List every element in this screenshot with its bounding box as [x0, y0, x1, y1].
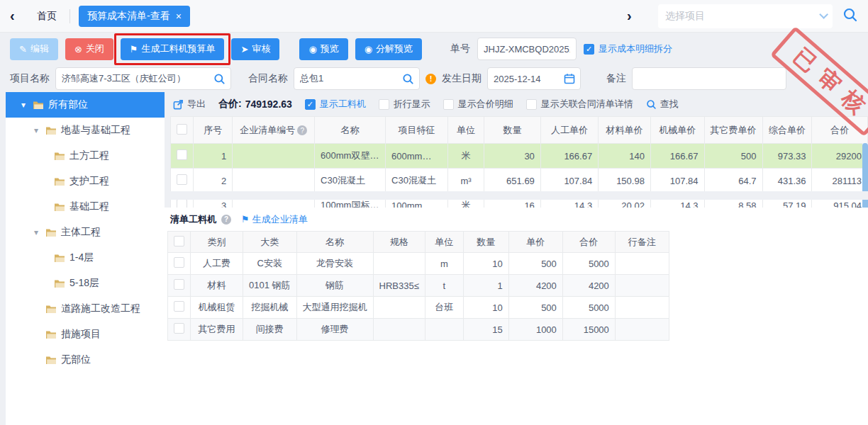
table-row-2[interactable]: 机械租赁挖掘机械大型通用挖掘机台班105005000: [168, 297, 669, 319]
table-row-0[interactable]: 1600mm双壁…600mm…米30166.67140166.67500973.…: [171, 144, 868, 169]
column-header[interactable]: 规格: [373, 232, 425, 253]
table-row-1[interactable]: 2C30混凝土C30混凝土m³651.69107.84150.98107.846…: [171, 169, 868, 193]
column-header[interactable]: 机械单价: [650, 117, 704, 144]
cell: 挖掘机械: [243, 297, 297, 319]
column-header[interactable]: 名称: [315, 117, 386, 144]
table-option-checkbox-2[interactable]: 显示合价明细: [443, 98, 513, 110]
row-checkbox[interactable]: [174, 301, 184, 312]
column-header[interactable]: 单位: [447, 117, 484, 144]
contract-name-input[interactable]: [294, 67, 420, 90]
remark-input[interactable]: [632, 67, 786, 90]
search-icon[interactable]: [402, 73, 414, 85]
tree-item-5[interactable]: ▾主体工程: [6, 220, 165, 245]
column-header[interactable]: 材料单价: [599, 117, 651, 144]
tree-item-6[interactable]: 1-4层: [6, 245, 165, 271]
material-table: 类别大类名称规格单位数量单价合价行备注人工费C安装龙骨安装m105005000材…: [167, 231, 669, 341]
column-header[interactable]: 单价: [508, 232, 562, 253]
tree-item-9[interactable]: 措施项目: [6, 322, 165, 347]
cell: 材料: [191, 275, 243, 297]
folder-icon: [54, 203, 65, 212]
edit-button[interactable]: ✎ 编辑: [10, 38, 58, 60]
row-checkbox[interactable]: [177, 149, 187, 160]
caret-down-icon[interactable]: ▾: [34, 227, 45, 237]
column-header[interactable]: 单位: [425, 232, 463, 253]
column-header[interactable]: 大类: [243, 232, 297, 253]
search-icon[interactable]: [842, 7, 858, 25]
folder-icon: [54, 254, 65, 263]
cell: 29200: [812, 144, 868, 169]
export-button[interactable]: 导出: [173, 98, 206, 110]
calendar-icon[interactable]: [564, 73, 575, 84]
decompose-preview-button[interactable]: ◉ 分解预览: [355, 38, 422, 60]
tree-item-1[interactable]: ▾地基与基础工程: [6, 118, 165, 143]
checkbox-unchecked[interactable]: [443, 99, 454, 110]
tree-item-0[interactable]: ▾所有部位: [6, 92, 165, 118]
table-option-checkbox-1[interactable]: 折行显示: [379, 98, 430, 110]
column-header[interactable]: 其它费单价: [704, 117, 762, 144]
cell: 米: [447, 144, 484, 169]
cell: 651.69: [484, 169, 541, 193]
column-header[interactable]: 名称: [296, 232, 373, 253]
checkbox-unchecked[interactable]: [177, 124, 187, 135]
caret-down-icon[interactable]: ▾: [34, 125, 45, 135]
find-button[interactable]: 查找: [646, 98, 679, 110]
checkbox-checked[interactable]: ✓: [584, 44, 594, 55]
table-row-3[interactable]: 其它费用间接费修理费15100015000: [168, 319, 669, 341]
column-header[interactable]: 综合单价: [762, 117, 812, 144]
cell: 107.84: [650, 169, 704, 193]
row-checkbox[interactable]: [174, 323, 184, 334]
cell: 5000: [562, 297, 615, 319]
checkbox-unchecked[interactable]: [526, 99, 537, 110]
row-checkbox[interactable]: [177, 174, 187, 185]
column-header[interactable]: 合价: [562, 232, 615, 253]
table-option-checkbox-3[interactable]: 显示关联合同清单详情: [526, 98, 633, 110]
row-checkbox[interactable]: [174, 257, 184, 268]
cell: C30混凝土: [315, 169, 386, 193]
checkbox-unchecked[interactable]: [379, 99, 389, 110]
generate-budget-button[interactable]: ⚑ 生成工料机预算单: [121, 38, 225, 60]
back-icon[interactable]: ‹: [10, 8, 27, 24]
generate-enterprise-list-button[interactable]: ⚑ 生成企业清单: [241, 213, 308, 226]
select-all-checkbox[interactable]: [171, 117, 194, 144]
show-cost-split-checkbox[interactable]: ✓ 显示成本明细拆分: [584, 42, 672, 55]
preview-button[interactable]: ◉ 预览: [299, 38, 347, 60]
cell: 4200: [562, 275, 615, 297]
table-row-1[interactable]: 材料0101 钢筋钢筋HRB335≤t142004200: [168, 275, 669, 297]
order-no-input[interactable]: [477, 38, 577, 60]
close-button[interactable]: ⊗ 关闭: [65, 38, 113, 60]
column-header[interactable]: 项目特征: [386, 117, 448, 144]
audit-button[interactable]: ➤ 审核: [231, 38, 279, 60]
column-header[interactable]: 行备注: [615, 232, 669, 253]
tree-item-label: 支护工程: [69, 175, 109, 188]
row-checkbox[interactable]: [174, 279, 184, 290]
checkbox-unchecked[interactable]: [174, 236, 184, 246]
table-option-checkbox-0[interactable]: ✓显示工料机: [305, 98, 366, 110]
project-name-input[interactable]: [55, 67, 231, 90]
top-tab-bar: ‹ 首页 预算成本清单-查看 × › 选择项目: [0, 0, 868, 33]
tree-item-8[interactable]: 道路施工改造工程: [6, 296, 165, 322]
tab-close-icon[interactable]: ×: [176, 11, 182, 22]
tree-item-label: 道路施工改造工程: [61, 302, 140, 315]
column-header[interactable]: 人工单价: [540, 117, 598, 144]
total-label: 合价:: [218, 98, 242, 110]
tab-budget-cost-list[interactable]: 预算成本清单-查看 ×: [79, 6, 190, 27]
table-row-0[interactable]: 人工费C安装龙骨安装m105005000: [168, 253, 669, 275]
caret-down-icon[interactable]: ▾: [21, 100, 33, 110]
tree-item-2[interactable]: 土方工程: [6, 143, 165, 169]
column-header[interactable]: 数量: [463, 232, 508, 253]
checkbox-checked[interactable]: ✓: [305, 99, 316, 110]
select-all-checkbox[interactable]: [168, 232, 191, 253]
column-header[interactable]: 企业清单编号?: [233, 117, 315, 144]
column-header[interactable]: 类别: [191, 232, 243, 253]
column-header[interactable]: 数量: [484, 117, 541, 144]
tab-home[interactable]: 首页: [27, 10, 69, 23]
column-header[interactable]: 序号: [194, 117, 233, 144]
tree-item-4[interactable]: 基础工程: [6, 194, 165, 220]
tree-item-7[interactable]: 5-18层: [6, 271, 165, 296]
tree-item-3[interactable]: 支护工程: [6, 169, 165, 194]
folder-icon: [45, 305, 57, 314]
search-icon[interactable]: [213, 73, 226, 85]
forward-icon[interactable]: ›: [627, 8, 644, 24]
tree-item-10[interactable]: 无部位: [6, 347, 165, 373]
project-select[interactable]: 选择项目: [658, 4, 833, 28]
